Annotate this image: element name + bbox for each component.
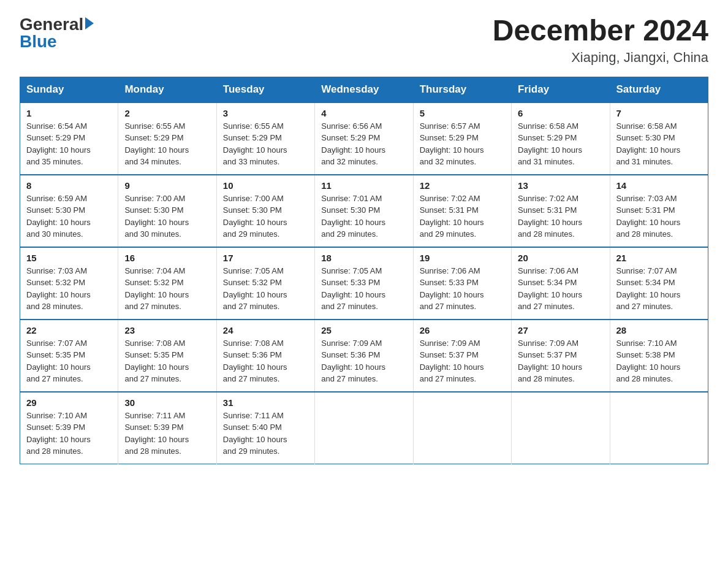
- calendar-subtitle: Xiaping, Jiangxi, China: [493, 50, 708, 66]
- day-number: 11: [321, 180, 406, 191]
- day-number: 28: [616, 325, 702, 335]
- logo-arrow-icon: [85, 17, 94, 29]
- day-info: Sunrise: 6:58 AM Sunset: 5:30 PM Dayligh…: [616, 120, 702, 168]
- table-row: 20Sunrise: 7:06 AM Sunset: 5:34 PM Dayli…: [512, 247, 610, 320]
- day-number: 30: [124, 397, 210, 408]
- table-row: 25Sunrise: 7:09 AM Sunset: 5:36 PM Dayli…: [315, 320, 413, 392]
- col-sunday: Sunday: [20, 77, 118, 102]
- day-info: Sunrise: 7:01 AM Sunset: 5:30 PM Dayligh…: [321, 193, 406, 240]
- day-number: 16: [124, 253, 210, 263]
- day-info: Sunrise: 7:00 AM Sunset: 5:30 PM Dayligh…: [223, 193, 308, 240]
- day-number: 3: [223, 108, 308, 118]
- table-row: 12Sunrise: 7:02 AM Sunset: 5:31 PM Dayli…: [413, 175, 511, 247]
- day-number: 26: [420, 325, 505, 335]
- table-row: 2Sunrise: 6:55 AM Sunset: 5:29 PM Daylig…: [118, 102, 216, 175]
- table-row: 1Sunrise: 6:54 AM Sunset: 5:29 PM Daylig…: [20, 102, 118, 175]
- day-number: 7: [616, 108, 702, 118]
- day-number: 21: [616, 253, 702, 263]
- table-row: 29Sunrise: 7:10 AM Sunset: 5:39 PM Dayli…: [20, 392, 118, 464]
- day-info: Sunrise: 7:09 AM Sunset: 5:37 PM Dayligh…: [420, 337, 505, 385]
- day-number: 29: [26, 397, 112, 408]
- table-row: 3Sunrise: 6:55 AM Sunset: 5:29 PM Daylig…: [216, 102, 314, 175]
- calendar-week-row: 15Sunrise: 7:03 AM Sunset: 5:32 PM Dayli…: [20, 247, 708, 320]
- col-saturday: Saturday: [610, 77, 708, 102]
- day-info: Sunrise: 6:56 AM Sunset: 5:29 PM Dayligh…: [321, 120, 406, 168]
- day-info: Sunrise: 7:11 AM Sunset: 5:40 PM Dayligh…: [223, 410, 308, 458]
- day-number: 31: [223, 397, 308, 408]
- table-row: 7Sunrise: 6:58 AM Sunset: 5:30 PM Daylig…: [610, 102, 708, 175]
- day-info: Sunrise: 7:07 AM Sunset: 5:35 PM Dayligh…: [26, 337, 112, 385]
- day-info: Sunrise: 7:08 AM Sunset: 5:36 PM Dayligh…: [223, 337, 308, 385]
- day-info: Sunrise: 7:02 AM Sunset: 5:31 PM Dayligh…: [420, 193, 505, 240]
- table-row: 13Sunrise: 7:02 AM Sunset: 5:31 PM Dayli…: [512, 175, 610, 247]
- table-row: 31Sunrise: 7:11 AM Sunset: 5:40 PM Dayli…: [216, 392, 314, 464]
- day-info: Sunrise: 7:08 AM Sunset: 5:35 PM Dayligh…: [124, 337, 210, 385]
- day-number: 9: [124, 180, 210, 191]
- day-info: Sunrise: 7:06 AM Sunset: 5:33 PM Dayligh…: [420, 265, 505, 313]
- calendar-title: December 2024: [493, 15, 708, 47]
- day-number: 5: [420, 108, 505, 118]
- table-row: 9Sunrise: 7:00 AM Sunset: 5:30 PM Daylig…: [118, 175, 216, 247]
- table-row: 27Sunrise: 7:09 AM Sunset: 5:37 PM Dayli…: [512, 320, 610, 392]
- day-info: Sunrise: 7:05 AM Sunset: 5:33 PM Dayligh…: [321, 265, 406, 313]
- table-row: 14Sunrise: 7:03 AM Sunset: 5:31 PM Dayli…: [610, 175, 708, 247]
- day-info: Sunrise: 7:00 AM Sunset: 5:30 PM Dayligh…: [124, 193, 210, 240]
- day-info: Sunrise: 7:09 AM Sunset: 5:36 PM Dayligh…: [321, 337, 406, 385]
- table-row: 6Sunrise: 6:58 AM Sunset: 5:29 PM Daylig…: [512, 102, 610, 175]
- logo-blue-text: Blue: [20, 32, 57, 52]
- day-number: 22: [26, 325, 112, 335]
- day-info: Sunrise: 7:10 AM Sunset: 5:38 PM Dayligh…: [616, 337, 702, 385]
- day-number: 20: [518, 253, 603, 263]
- calendar-week-row: 22Sunrise: 7:07 AM Sunset: 5:35 PM Dayli…: [20, 320, 708, 392]
- day-info: Sunrise: 7:07 AM Sunset: 5:34 PM Dayligh…: [616, 265, 702, 313]
- day-number: 27: [518, 325, 603, 335]
- day-info: Sunrise: 7:09 AM Sunset: 5:37 PM Dayligh…: [518, 337, 603, 385]
- table-row: 23Sunrise: 7:08 AM Sunset: 5:35 PM Dayli…: [118, 320, 216, 392]
- table-row: 21Sunrise: 7:07 AM Sunset: 5:34 PM Dayli…: [610, 247, 708, 320]
- calendar-week-row: 1Sunrise: 6:54 AM Sunset: 5:29 PM Daylig…: [20, 102, 708, 175]
- calendar-header-row: Sunday Monday Tuesday Wednesday Thursday…: [20, 77, 708, 102]
- day-number: 17: [223, 253, 308, 263]
- table-row: 30Sunrise: 7:11 AM Sunset: 5:39 PM Dayli…: [118, 392, 216, 464]
- day-info: Sunrise: 7:05 AM Sunset: 5:32 PM Dayligh…: [223, 265, 308, 313]
- calendar-week-row: 29Sunrise: 7:10 AM Sunset: 5:39 PM Dayli…: [20, 392, 708, 464]
- day-info: Sunrise: 6:57 AM Sunset: 5:29 PM Dayligh…: [420, 120, 505, 168]
- day-number: 23: [124, 325, 210, 335]
- table-row: 8Sunrise: 6:59 AM Sunset: 5:30 PM Daylig…: [20, 175, 118, 247]
- table-row: 19Sunrise: 7:06 AM Sunset: 5:33 PM Dayli…: [413, 247, 511, 320]
- day-info: Sunrise: 6:55 AM Sunset: 5:29 PM Dayligh…: [124, 120, 210, 168]
- day-info: Sunrise: 7:10 AM Sunset: 5:39 PM Dayligh…: [26, 410, 112, 458]
- day-info: Sunrise: 7:04 AM Sunset: 5:32 PM Dayligh…: [124, 265, 210, 313]
- day-info: Sunrise: 7:03 AM Sunset: 5:31 PM Dayligh…: [616, 193, 702, 240]
- day-info: Sunrise: 6:55 AM Sunset: 5:29 PM Dayligh…: [223, 120, 308, 168]
- day-number: 18: [321, 253, 406, 263]
- col-tuesday: Tuesday: [216, 77, 314, 102]
- day-info: Sunrise: 7:03 AM Sunset: 5:32 PM Dayligh…: [26, 265, 112, 313]
- col-friday: Friday: [512, 77, 610, 102]
- table-row: 22Sunrise: 7:07 AM Sunset: 5:35 PM Dayli…: [20, 320, 118, 392]
- day-number: 13: [518, 180, 603, 191]
- day-number: 6: [518, 108, 603, 118]
- table-row: [512, 392, 610, 464]
- table-row: [413, 392, 511, 464]
- calendar-week-row: 8Sunrise: 6:59 AM Sunset: 5:30 PM Daylig…: [20, 175, 708, 247]
- day-info: Sunrise: 6:58 AM Sunset: 5:29 PM Dayligh…: [518, 120, 603, 168]
- table-row: [610, 392, 708, 464]
- table-row: 18Sunrise: 7:05 AM Sunset: 5:33 PM Dayli…: [315, 247, 413, 320]
- day-number: 24: [223, 325, 308, 335]
- title-block: December 2024 Xiaping, Jiangxi, China: [493, 15, 708, 66]
- table-row: 11Sunrise: 7:01 AM Sunset: 5:30 PM Dayli…: [315, 175, 413, 247]
- day-number: 4: [321, 108, 406, 118]
- page-header: General Blue December 2024 Xiaping, Jian…: [20, 15, 708, 66]
- day-info: Sunrise: 6:54 AM Sunset: 5:29 PM Dayligh…: [26, 120, 112, 168]
- table-row: 15Sunrise: 7:03 AM Sunset: 5:32 PM Dayli…: [20, 247, 118, 320]
- logo: General Blue: [20, 15, 94, 52]
- day-number: 14: [616, 180, 702, 191]
- day-info: Sunrise: 7:11 AM Sunset: 5:39 PM Dayligh…: [124, 410, 210, 458]
- table-row: 17Sunrise: 7:05 AM Sunset: 5:32 PM Dayli…: [216, 247, 314, 320]
- day-info: Sunrise: 7:02 AM Sunset: 5:31 PM Dayligh…: [518, 193, 603, 240]
- table-row: 4Sunrise: 6:56 AM Sunset: 5:29 PM Daylig…: [315, 102, 413, 175]
- day-number: 1: [26, 108, 112, 118]
- table-row: 28Sunrise: 7:10 AM Sunset: 5:38 PM Dayli…: [610, 320, 708, 392]
- table-row: 16Sunrise: 7:04 AM Sunset: 5:32 PM Dayli…: [118, 247, 216, 320]
